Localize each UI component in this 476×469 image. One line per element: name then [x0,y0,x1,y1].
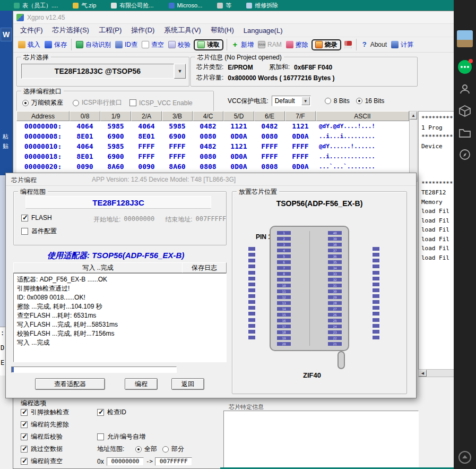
dialog-log[interactable]: 适配器: ADP_F56_EX-B ......OK引脚接触检查通过!ID: 0… [13,273,227,362]
dialog-log-line: 适配器: ADP_F56_EX-B ......OK [17,275,223,284]
toolbar-button-calculator[interactable]: 计算 [389,39,416,50]
addr-to-field[interactable]: 007FFFFF [155,457,192,466]
socket-pin: 4 [277,249,291,252]
hex-data-cell: FFFF [131,141,162,151]
toolbar-button-grid[interactable] [342,40,354,49]
dialog-log-lines: 适配器: ADP_F56_EX-B ......OK引脚接触检查通过!ID: 0… [17,275,223,347]
blank-before-checkbox[interactable] [21,458,28,465]
dialog-titlebar[interactable]: 芯片编程 APP Version: 12.45 Device Model: T4… [6,173,416,186]
icsp-radio-label: ICSP串行接口 [82,98,122,107]
hex-address-cell: 00000018: [16,151,70,161]
chip-select-combo[interactable]: TE28F128J3C @TSOP56 ▼ [21,64,186,79]
toolbar-button-label: 烧录 [325,40,337,49]
auto-serial-checkbox[interactable] [97,433,104,440]
dialog-log-line: 擦除 ...完成, 耗时...104.109 秒 [17,302,223,311]
save-log-button[interactable]: 保存日志 [182,262,227,273]
socket-pin: 36 [328,254,342,258]
pin-check-checkbox[interactable] [21,409,28,416]
window-titlebar[interactable]: Xgpro v12.45 [13,11,456,24]
bits16-radio[interactable] [356,98,362,104]
scroll-top-icon[interactable] [458,451,471,464]
hex-data-cell: 0090 [131,161,162,172]
toolbar-button-ram-test[interactable]: RAMRAM [256,40,284,49]
range-all-label: 全部 [144,445,157,454]
hex-scrollbar[interactable]: ▲ [409,111,418,182]
chevron-down-icon[interactable]: ▼ [174,64,186,79]
chevron-down-icon[interactable]: ▼ [301,97,310,105]
log-panel-line: Memory [421,198,457,207]
socket-radio[interactable] [22,100,29,106]
taskbar-item[interactable]: 气.zip [73,2,96,10]
toolbar-button-about[interactable]: ?About [359,40,389,49]
menu-item[interactable]: Language(L) [239,27,288,35]
hex-data-cell: 0808 [193,161,223,172]
log-panel[interactable]: *********1 Prog*********Device*********T… [418,111,457,369]
discover-icon[interactable] [458,148,471,161]
dialog-log-line: 引脚接触检查通过! [17,284,223,293]
folder-icon[interactable] [458,126,471,139]
taskbar-items: 表（员工）....气.zip有限公司抢...Microso...等维修拆除 [0,2,278,10]
toolbar-button-verify[interactable]: 校验 [166,39,193,50]
check-id-checkbox[interactable] [97,409,104,416]
start-addr-label: 开始地址: [93,215,120,224]
toolbar-button-erase[interactable]: 擦除 [284,39,310,50]
vcc-select[interactable]: Default ▼ [272,96,311,106]
read-icon [197,41,205,48]
toolbar-button-blank-check[interactable]: 查空 [140,39,166,50]
range-part-radio[interactable] [162,446,169,453]
toolbar-button-auto-identify[interactable]: 自动识别 [74,39,113,50]
menu-item[interactable]: 帮助(H) [206,25,239,35]
toolbar-button-new[interactable]: +新增 [229,39,256,50]
taskbar-item[interactable]: 等 [217,2,231,10]
window-icon [73,3,79,8]
toolbar-separator [227,39,227,50]
chip-program-dialog: 芯片编程 APP Version: 12.45 Device Model: T4… [5,173,417,398]
icsp-vcc-checkbox[interactable] [129,99,136,106]
toolbar-button-id-check[interactable]: ID查 [113,39,140,50]
taskbar-item[interactable]: 表（员工）.... [14,2,58,10]
device-config-checkbox[interactable] [21,228,28,235]
taskbar-item[interactable]: Microso... [169,2,203,8]
chat-icon[interactable] [458,60,472,74]
taskbar-item-label: 等 [226,2,231,10]
bits8-radio[interactable] [325,98,331,104]
contacts-icon[interactable] [458,83,471,96]
icsp-radio[interactable] [73,100,79,106]
view-adapter-button[interactable]: 查看适配器 [35,378,105,390]
menu-item[interactable]: 文件(F) [15,25,48,35]
flash-checkbox[interactable] [21,215,28,221]
taskbar-item[interactable]: 有限公司抢... [111,2,153,10]
menu-item[interactable]: 芯片选择(S) [48,25,94,35]
menu-item[interactable]: 工程(P) [94,25,126,35]
log-panel-line: load Fil [421,216,457,226]
inner-pads-left: 1234567891011121314151617181920 [277,231,291,346]
socket-pad [248,306,255,310]
verify-after-checkbox[interactable] [21,433,28,440]
toolbar-button-load[interactable]: 载入 [16,39,42,50]
calc-icon [391,41,399,48]
toolbar-button-read[interactable]: 读取 [194,39,223,50]
skip-blank-checkbox[interactable] [21,446,28,453]
word-icon[interactable]: W [1,28,12,41]
hex-ascii-cell: ..i............. [316,151,409,161]
scroll-left-icon[interactable]: ◀ [419,370,427,377]
photo-thumbnail[interactable] [457,30,473,47]
log-panel-line: load Fil [421,253,457,263]
blank-icon [142,41,149,48]
toolbar-button-label: 查空 [151,40,164,49]
scroll-up-icon[interactable]: ▲ [410,112,417,120]
log-panel-hscroll[interactable]: ◀ [418,369,457,377]
erase-before-checkbox[interactable] [21,421,28,428]
menu-item[interactable]: 系统工具(V) [159,25,205,35]
idcheck-icon [115,41,123,48]
range-all-radio[interactable] [135,446,142,453]
workbench-icon[interactable] [458,105,471,117]
back-button[interactable]: 返回 [171,378,204,390]
toolbar-button-save[interactable]: 保存 [42,39,69,50]
taskbar-item[interactable]: 维修拆除 [246,2,278,10]
addr-from-field[interactable]: 00000000 [107,457,144,466]
toolbar-button-program[interactable]: 烧录 [311,39,341,50]
program-button[interactable]: 编程 [125,378,158,390]
menu-item[interactable]: 操作(D) [126,25,159,35]
socket-pin: 33 [328,272,342,276]
